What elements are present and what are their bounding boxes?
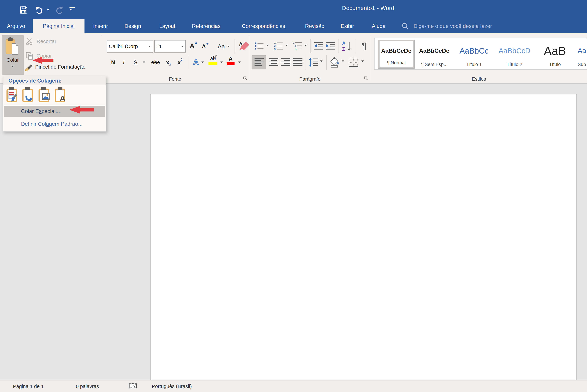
style-card-titulo[interactable]: AaB Título <box>537 40 572 68</box>
page-indicator[interactable]: Página 1 de 1 <box>13 384 44 389</box>
font-size-combobox[interactable]: 11 <box>154 40 186 52</box>
change-case-button[interactable]: Aa <box>214 40 233 52</box>
highlighter-pen-icon <box>213 54 217 60</box>
style-card-sem-espacamento[interactable]: AaBbCcDc ¶ Sem Esp... <box>417 40 451 68</box>
borders-button[interactable] <box>347 55 360 70</box>
tab-referencias[interactable]: Referências <box>186 19 227 33</box>
bullets-icon <box>254 41 264 51</box>
italic-button[interactable]: I <box>119 56 128 68</box>
style-card-normal[interactable]: AaBbCcDc ¶ Normal <box>378 40 415 68</box>
paste-split-button[interactable]: Colar <box>2 35 24 75</box>
paste-options-header: Opções de Colagem: <box>3 76 106 85</box>
align-left-button[interactable] <box>252 55 266 70</box>
font-color-caret[interactable] <box>238 62 241 63</box>
clear-formatting-button[interactable]: A <box>237 40 250 52</box>
numbering-caret[interactable] <box>285 45 288 46</box>
styles-gallery: AaBbCcDc ¶ Normal AaBbCcDc ¶ Sem Esp... … <box>374 38 587 70</box>
style-card-subtitulo[interactable]: AaB Sub <box>578 40 587 68</box>
paste-option-merge-formatting[interactable] <box>21 86 36 104</box>
underline-caret[interactable] <box>143 62 145 63</box>
styles-group-label: Estilos <box>462 76 496 82</box>
multilevel-list-button[interactable]: 1 a i <box>292 40 303 52</box>
underline-button[interactable]: S <box>131 56 140 68</box>
text-effects-button[interactable]: A <box>190 56 201 68</box>
paste-option-keep-source-formatting[interactable] <box>5 86 20 104</box>
multilevel-list-icon: 1 a i <box>293 41 302 51</box>
undo-dropdown-caret[interactable] <box>47 9 49 10</box>
font-group-label: Fonte <box>158 76 192 82</box>
font-name-combobox[interactable]: Calibri (Corp <box>107 40 153 52</box>
style-card-titulo-2[interactable]: AaBbCcD Título 2 <box>497 40 532 68</box>
save-button[interactable] <box>18 5 29 15</box>
group-divider <box>101 35 101 80</box>
decrease-indent-button[interactable] <box>313 40 324 52</box>
line-spacing-caret[interactable] <box>320 60 323 62</box>
font-size-value: 11 <box>156 44 162 49</box>
sort-a-letter: A <box>342 40 346 46</box>
document-page[interactable] <box>150 94 577 380</box>
tab-ajuda[interactable]: Ajuda <box>366 19 391 33</box>
justify-button[interactable] <box>292 55 304 70</box>
borders-caret[interactable] <box>362 60 364 62</box>
font-color-button[interactable]: A <box>225 56 236 69</box>
text-effects-caret[interactable] <box>201 62 204 63</box>
shading-button[interactable] <box>328 55 341 70</box>
highlight-color-button[interactable]: ab <box>207 56 219 69</box>
strikethrough-button[interactable]: abc <box>149 56 162 68</box>
tab-layout[interactable]: Layout <box>153 19 181 33</box>
bold-button[interactable]: N <box>108 56 118 68</box>
tab-pagina-inicial[interactable]: Página Inicial <box>33 19 85 33</box>
tell-me-search[interactable]: Diga-me o que você deseja fazer <box>401 21 492 31</box>
bullets-button[interactable] <box>253 40 265 52</box>
menu-item-definir-colagem-padrao[interactable]: Definir Colagem Padrão... <box>4 118 105 130</box>
paste-clipboard-icon <box>5 37 20 56</box>
tab-inserir[interactable]: Inserir <box>88 19 113 33</box>
align-right-icon <box>281 58 291 67</box>
show-marks-button[interactable]: ¶ <box>359 38 370 53</box>
multilevel-caret[interactable] <box>305 45 307 46</box>
word-count[interactable]: 0 palavras <box>76 384 99 389</box>
tab-correspondencias[interactable]: Correspondências <box>234 19 292 33</box>
font-name-caret[interactable] <box>148 46 151 47</box>
sort-az-icon: A Z <box>342 40 352 52</box>
tell-me-placeholder: Diga-me o que você deseja fazer <box>414 23 492 29</box>
paste-dropdown-caret[interactable] <box>12 66 14 67</box>
paste-option-keep-text-only[interactable]: A <box>53 86 68 104</box>
grow-font-button[interactable]: A <box>188 40 199 52</box>
tab-design[interactable]: Design <box>120 19 146 33</box>
increase-indent-button[interactable] <box>325 40 336 52</box>
align-center-button[interactable] <box>268 55 280 70</box>
cut-label: Recortar <box>37 38 56 44</box>
align-center-icon <box>269 58 279 67</box>
align-right-button[interactable] <box>280 55 292 70</box>
subscript-button[interactable]: x 2 <box>163 56 174 68</box>
undo-button[interactable] <box>34 5 45 15</box>
proofing-status-icon[interactable] <box>128 382 137 391</box>
shading-caret[interactable] <box>342 60 344 62</box>
font-dialog-launcher[interactable] <box>243 76 248 82</box>
paste-option-picture[interactable] <box>37 86 52 104</box>
tab-revisao[interactable]: Revisão <box>300 19 329 33</box>
numbering-button[interactable]: 1 2 3 <box>273 40 284 52</box>
highlight-caret[interactable] <box>220 62 223 63</box>
small-divider <box>188 56 188 70</box>
tab-arquivo[interactable]: Arquivo <box>4 19 29 33</box>
line-spacing-button[interactable] <box>308 55 320 70</box>
paragraph-group-label: Parágrafo <box>293 76 327 82</box>
borders-icon <box>348 58 358 67</box>
superscript-button[interactable]: x 2 <box>174 56 186 68</box>
sort-button[interactable]: A Z <box>341 39 353 53</box>
customize-quick-access-toolbar-button[interactable] <box>69 7 76 14</box>
style-card-titulo-1[interactable]: AaBbCc Título 1 <box>456 40 492 68</box>
language-indicator[interactable]: Português (Brasil) <box>152 384 192 389</box>
bullets-caret[interactable] <box>266 45 269 46</box>
redo-icon <box>55 5 64 15</box>
highlight-color-swatch <box>208 62 217 65</box>
font-size-caret[interactable] <box>181 46 184 47</box>
scissors-icon <box>26 38 34 45</box>
tab-exibir[interactable]: Exibir <box>336 19 359 33</box>
paragraph-dialog-launcher[interactable] <box>364 76 369 82</box>
small-divider <box>234 39 235 54</box>
shrink-font-button[interactable]: A <box>200 40 211 52</box>
undo-icon <box>35 5 44 15</box>
